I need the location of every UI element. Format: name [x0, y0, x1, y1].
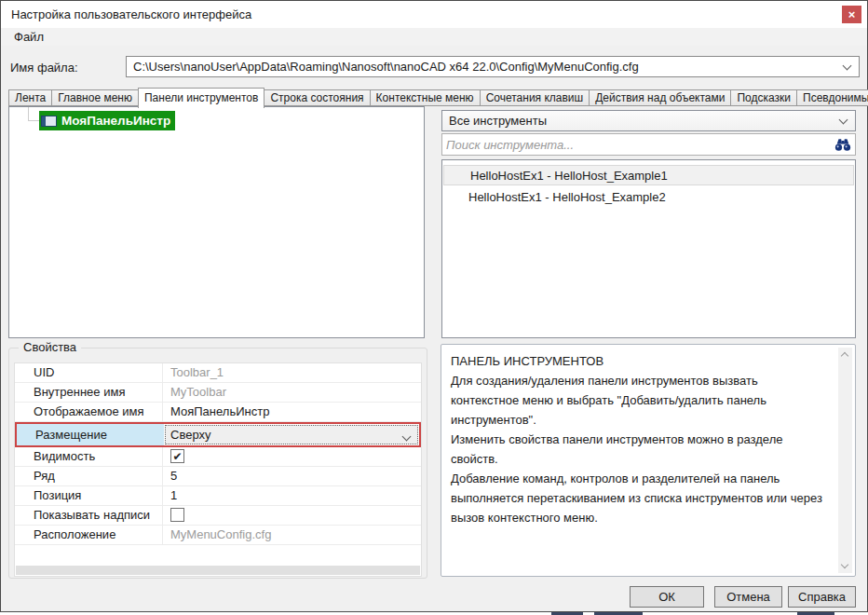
- tree-item-label: МояПанельИнстр: [61, 114, 170, 128]
- tab-deystviya-nad-obektami[interactable]: Действия над объектами: [589, 89, 731, 106]
- help-line: Изменить свойства панели инструментов мо…: [451, 430, 829, 469]
- tool-list[interactable]: HelloHostEx1 - HelloHost_Example1 HelloH…: [441, 159, 856, 338]
- customize-ui-dialog: Настройка пользовательского интерфейса ×…: [0, 0, 868, 612]
- tab-lenta[interactable]: Лента: [8, 89, 52, 106]
- prop-row-show-labels[interactable]: Показывать надписи: [15, 506, 421, 526]
- placement-value: Сверху: [170, 428, 210, 442]
- vertical-scrollbar[interactable]: [838, 348, 852, 573]
- prop-row-position[interactable]: Позиция 1: [15, 486, 421, 506]
- tree-connector-line: [28, 107, 39, 121]
- visibility-checkbox[interactable]: ✔: [170, 449, 184, 463]
- prop-row-placement[interactable]: Размещение Сверху: [15, 422, 421, 447]
- prop-row-visibility[interactable]: Видимость ✔: [15, 447, 421, 467]
- file-path-combobox[interactable]: C:\Users\nanoUser\AppData\Roaming\Nanoso…: [126, 56, 860, 77]
- help-text: ПАНЕЛЬ ИНСТРУМЕНТОВ Для создания/удалени…: [451, 351, 829, 527]
- tools-filter-combobox[interactable]: Все инструменты: [441, 110, 856, 131]
- check-icon: ✔: [172, 451, 182, 462]
- tab-glavnoe-menyu[interactable]: Главное меню: [51, 89, 139, 106]
- placement-combobox[interactable]: Сверху: [165, 425, 418, 444]
- tab-psevdonimy[interactable]: Псевдонимы: [796, 89, 868, 106]
- prop-row-uid[interactable]: UID Toolbar_1: [15, 363, 421, 383]
- list-item[interactable]: HelloHostEx1 - HelloHost_Example2: [442, 187, 855, 208]
- prop-row-internal-name[interactable]: Внутреннее имя MyToolbar: [15, 383, 421, 403]
- help-title: ПАНЕЛЬ ИНСТРУМЕНТОВ: [451, 351, 829, 371]
- tree-item-selected[interactable]: МояПанельИнстр: [39, 111, 175, 130]
- ok-button[interactable]: ОК: [630, 586, 704, 608]
- help-panel: ПАНЕЛЬ ИНСТРУМЕНТОВ Для создания/удалени…: [441, 344, 856, 577]
- chevron-down-icon[interactable]: [839, 116, 848, 125]
- tools-filter-value: Все инструменты: [449, 114, 547, 128]
- binoculars-search-icon[interactable]: [834, 137, 851, 153]
- list-item[interactable]: HelloHostEx1 - HelloHost_Example1: [443, 165, 854, 185]
- title-bar[interactable]: Настройка пользовательского интерфейса ×: [1, 1, 867, 28]
- close-icon: ×: [848, 8, 856, 20]
- show-labels-checkbox[interactable]: [170, 508, 184, 522]
- tab-kontekstnye-menyu[interactable]: Контекстные меню: [370, 89, 481, 106]
- chevron-down-icon[interactable]: [843, 62, 852, 71]
- scroll-up-icon[interactable]: [841, 352, 848, 360]
- help-line: Для создания/удаления панели инструменто…: [451, 371, 829, 430]
- tool-search-input[interactable]: [446, 135, 819, 154]
- toolbar-tree-panel[interactable]: МояПанельИнстр: [8, 106, 425, 338]
- file-path-value: C:\Users\nanoUser\AppData\Roaming\Nanoso…: [133, 60, 639, 74]
- scroll-down-icon[interactable]: [841, 561, 848, 568]
- horizontal-scrollbar[interactable]: [16, 566, 420, 575]
- tab-podskazki[interactable]: Подсказки: [730, 89, 797, 106]
- tab-sochetaniya-klavish[interactable]: Сочетания клавиш: [480, 89, 590, 106]
- prop-row-location[interactable]: Расположение MyMenuConfig.cfg: [15, 526, 421, 545]
- tab-paneli-instrumentov[interactable]: Панели инструментов: [138, 88, 264, 108]
- properties-groupbox: Свойства UID Toolbar_1 Внутреннее имя My…: [8, 348, 427, 579]
- tool-search-box: [441, 133, 856, 156]
- help-button[interactable]: Справка: [788, 586, 856, 608]
- help-line: Добавление команд, контролов и разделите…: [451, 469, 829, 527]
- close-button[interactable]: ×: [842, 6, 861, 23]
- tab-strip: Лента Главное меню Панели инструментов С…: [8, 88, 868, 106]
- prop-row-row[interactable]: Ряд 5: [15, 467, 421, 486]
- dialog-title: Настройка пользовательского интерфейса: [11, 7, 251, 21]
- menu-bar: Файл: [1, 28, 867, 46]
- toolbar-icon: [41, 116, 57, 127]
- property-grid[interactable]: UID Toolbar_1 Внутреннее имя MyToolbar О…: [14, 362, 422, 577]
- file-name-label: Имя файла:: [10, 61, 78, 75]
- cancel-button[interactable]: Отмена: [714, 586, 782, 608]
- menu-item-file[interactable]: Файл: [10, 30, 47, 44]
- tab-stroka-sostoyaniya[interactable]: Строка состояния: [264, 89, 370, 106]
- properties-group-label: Свойства: [19, 340, 81, 354]
- chevron-down-icon[interactable]: [402, 432, 412, 442]
- prop-row-display-name[interactable]: Отображаемое имя МояПанельИнстр: [15, 403, 421, 422]
